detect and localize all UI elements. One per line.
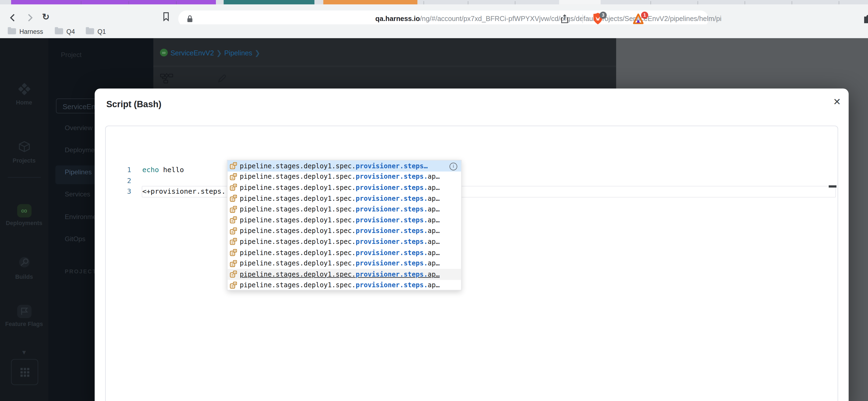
forward-icon[interactable]: [25, 13, 35, 23]
script-editor[interactable]: 1 2 3 echo hello <+provisioner.steps.: [105, 126, 838, 401]
sidebar-item-label: Deployments: [0, 220, 48, 226]
suggestion-item[interactable]: pipeline.stages.deploy1.spec.provisioner…: [228, 236, 461, 247]
line-number: 3: [105, 186, 131, 197]
active-tab[interactable]: [559, 0, 600, 4]
code-token: <+provisioner.steps.: [142, 187, 225, 195]
modal-title: Script (Bash): [106, 100, 161, 110]
builds-icon: [18, 256, 31, 269]
sidebar-divider: [8, 177, 41, 177]
home-icon: [0, 85, 48, 93]
suggestion-info-icon[interactable]: i: [450, 163, 457, 170]
sidebar-item-label: Builds: [0, 273, 48, 280]
script-modal: Script (Bash) ✕ 1 2 3 echo hello <+provi…: [95, 89, 848, 401]
snippet-field-icon: [230, 281, 237, 289]
breadcrumb-sep: ❯: [214, 49, 224, 57]
snippet-field-icon: [230, 195, 237, 202]
bookmark-label: Harness: [20, 28, 43, 34]
breadcrumb-sep: ❯: [252, 49, 262, 57]
snippet-field-icon: [230, 216, 237, 224]
screen: ↻ qa.harness.io/ng/#/account/px7xd_BFRCi…: [0, 0, 868, 401]
edit-pencil-icon[interactable]: [217, 74, 227, 84]
keyword-token: echo: [142, 165, 159, 173]
tab-group-orange[interactable]: [323, 0, 417, 4]
bookmark-icon[interactable]: [161, 12, 171, 22]
nav-item-overview[interactable]: Overview: [65, 124, 92, 132]
code-line-3[interactable]: <+provisioner.steps.: [142, 186, 225, 197]
code-token: hello: [159, 165, 184, 173]
url-path: /ng/#/account/px7xd_BFRCi-pfWPYXVjvw/cd/…: [420, 15, 721, 23]
tab-group-teal[interactable]: [223, 0, 314, 4]
sidebar-item-label: Home: [0, 99, 48, 106]
suggestion-item[interactable]: pipeline.stages.deploy1.spec.provisioner…: [228, 215, 461, 226]
suggestion-item-selected[interactable]: pipeline.stages.deploy1.spec.provisioner…: [228, 160, 461, 171]
suggestion-item[interactable]: pipeline.stages.deploy1.spec.provisioner…: [228, 258, 461, 269]
sidebar-item-home[interactable]: Home: [0, 85, 48, 106]
waffle-grid-icon: [20, 368, 29, 376]
breadcrumb-pipelines[interactable]: Pipelines: [224, 49, 252, 57]
sidebar-item-label: Feature Flags: [0, 320, 48, 327]
folder-icon: [55, 28, 63, 34]
snippet-field-icon: [230, 184, 237, 191]
sidebar-item-feature-flags[interactable]: Feature Flags: [0, 305, 48, 327]
sidebar-item-projects[interactable]: Projects: [0, 140, 48, 164]
url-domain: qa.harness.io: [375, 15, 420, 23]
sidebar-more-chevron[interactable]: ▾: [0, 348, 48, 356]
snippet-field-icon: [230, 206, 237, 213]
folder-icon: [86, 28, 94, 34]
tab-group-purple[interactable]: [11, 0, 216, 4]
sidebar-item-deployments[interactable]: ∞ Deployments: [0, 204, 48, 226]
suggestion-item[interactable]: pipeline.stages.deploy1.spec.provisioner…: [228, 247, 461, 258]
nav-item-gitops[interactable]: GitOps: [65, 235, 86, 243]
share-icon[interactable]: [560, 14, 569, 24]
sidebar-item-builds[interactable]: Builds: [0, 256, 48, 280]
breadcrumb: ServiceEnvV2❯Pipelines❯: [170, 48, 262, 57]
breadcrumb-project[interactable]: ServiceEnvV2: [170, 49, 214, 57]
sidebar-item-label: Projects: [0, 157, 48, 164]
browser-tab-strip[interactable]: [0, 0, 868, 4]
snippet-field-icon: [230, 238, 237, 245]
suggestion-item[interactable]: pipeline.stages.deploy1.spec.provisioner…: [228, 182, 461, 193]
snippet-field-icon: [230, 271, 237, 278]
suggestion-item[interactable]: pipeline.stages.deploy1.spec.provisioner…: [228, 193, 461, 204]
suggestion-item[interactable]: pipeline.stages.deploy1.spec.provisioner…: [228, 226, 461, 236]
header-divider: [153, 66, 616, 66]
extension-badge: 1: [641, 12, 648, 19]
module-sidebar: Home Projects ∞ Deployments Builds: [0, 38, 48, 401]
code-line-1[interactable]: echo hello: [142, 164, 184, 175]
snippet-field-icon: [230, 227, 237, 234]
project-label: Project: [61, 51, 82, 59]
snippet-field-icon: [230, 249, 237, 256]
bookmark-q1[interactable]: Q1: [86, 26, 106, 37]
reload-icon[interactable]: ↻: [42, 12, 50, 22]
feature-flags-icon: [17, 305, 31, 318]
suggestion-item[interactable]: pipeline.stages.deploy1.spec.provisioner…: [228, 279, 461, 291]
module-switcher-button[interactable]: [11, 359, 38, 385]
project-section-label: PROJECT: [65, 268, 97, 274]
bookmark-q4[interactable]: Q4: [55, 26, 75, 37]
url-divider: [583, 14, 583, 23]
suggestion-item-hovered[interactable]: pipeline.stages.deploy1.spec.provisioner…: [228, 269, 461, 280]
cube-icon: [18, 140, 31, 153]
bookmark-harness[interactable]: Harness: [8, 26, 43, 37]
suggestion-item[interactable]: pipeline.stages.deploy1.spec.provisioner…: [228, 204, 461, 215]
cd-module-icon: ∞: [160, 48, 167, 56]
lock-icon: [186, 15, 193, 23]
snippet-field-icon: [230, 173, 237, 180]
bookmark-label: Q4: [66, 28, 75, 34]
folder-icon: [8, 28, 16, 34]
snippet-field-icon: [230, 162, 237, 169]
nav-item-services[interactable]: Services: [65, 191, 90, 198]
pipeline-graph-icon: [160, 73, 173, 84]
line-number: 1: [105, 164, 131, 175]
extensions-puzzle-icon[interactable]: [863, 12, 868, 24]
bookmarks-bar: Harness Q4 Q1: [0, 24, 868, 38]
back-icon[interactable]: [8, 13, 18, 23]
browser-toolbar: ↻ qa.harness.io/ng/#/account/px7xd_BFRCi…: [0, 4, 868, 24]
snippet-field-icon: [230, 260, 237, 267]
nav-item-pipelines[interactable]: Pipelines: [65, 168, 92, 176]
bookmark-label: Q1: [97, 28, 106, 34]
scrollbar-cursor-marker: [829, 185, 836, 188]
suggestion-item[interactable]: pipeline.stages.deploy1.spec.provisioner…: [228, 171, 461, 182]
modal-close-icon[interactable]: ✕: [830, 95, 844, 110]
suggestion-dropdown: pipeline.stages.deploy1.spec.provisioner…: [227, 160, 462, 291]
